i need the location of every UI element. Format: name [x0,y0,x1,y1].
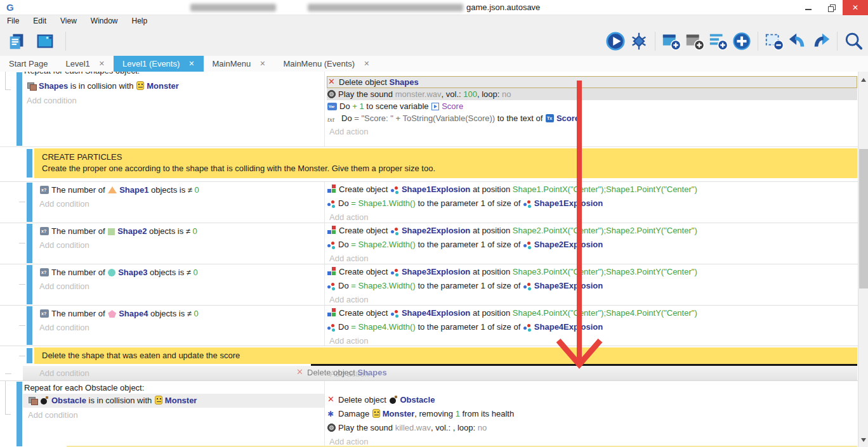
condition-row[interactable]: The number of Shape4 objects is ≠ 0 [39,308,199,320]
comment-create-particles[interactable]: CREATE PARTICLES Create the proper one a… [0,148,868,178]
action-row[interactable]: Create object Shape2Explosion at positio… [327,225,857,236]
fold-tick[interactable] [5,373,11,374]
delete-selection-icon[interactable] [763,30,785,52]
event-color-bar [16,382,22,446]
text-segment: Shape3.PointX("Center");Shape3.PointY("C… [513,267,697,276]
create-object-icon [327,185,336,193]
action-row[interactable]: Do + 1 to scene variable Score [327,100,857,112]
add-action-link[interactable]: Add action [329,335,368,347]
menu-window[interactable]: Window [84,15,125,27]
tab-start-page[interactable]: Start Page [0,56,56,72]
vertical-scrollbar[interactable] [858,72,868,447]
scroll-down-icon[interactable] [861,438,866,442]
minimize-icon [805,9,812,10]
close-tab-icon[interactable] [260,60,265,68]
undo-icon[interactable] [787,30,808,52]
action-row[interactable]: Create object Shape1Explosion at positio… [327,184,857,195]
close-tab-icon[interactable] [188,60,194,68]
add-condition-link[interactable]: Add condition [39,281,89,292]
condition-row[interactable]: Obstacle is in collision with Monster [28,395,197,406]
search-icon[interactable] [843,30,864,52]
text-segment: Create object [339,308,390,318]
event-header[interactable]: Repeat for each Shapes object: [24,72,140,76]
comment-delete-shape[interactable]: Delete the shape that was eaten and upda… [0,347,868,364]
tab-mainmenu[interactable]: MainMenu [204,56,275,72]
tab-mainmenu-events[interactable]: MainMenu (Events) [274,56,378,72]
add-action-link[interactable]: Add action [329,294,368,306]
event-header[interactable]: Repeat for each Obstacle object: [24,383,144,393]
action-row[interactable]: Play the sound killed.wav, vol.: , loop:… [327,422,857,434]
action-row-selected[interactable]: Delete object Shapes [327,76,857,88]
menu-file[interactable]: File [0,15,26,27]
add-condition-link[interactable]: Add condition [27,95,77,107]
txt-icon [327,115,339,122]
add-circle-icon[interactable] [731,30,753,52]
add-subevent-icon[interactable] [684,30,706,52]
text-segment: at position [470,226,513,235]
text-segment: Shape1 [119,185,148,195]
add-comment-icon[interactable] [707,30,729,52]
action-row[interactable]: Do = Shape4.Width() to the parameter 1 o… [327,321,857,333]
tab-label: Start Page [9,59,48,68]
menu-help[interactable]: Help [125,15,155,27]
scene-editor-icon[interactable] [34,30,56,52]
debugger-icon[interactable] [628,30,650,52]
add-condition-link[interactable]: Add condition [39,368,89,379]
action-row-selected[interactable]: Play the sound monster.wav, vol.: 100, l… [327,88,857,100]
add-condition-link[interactable]: Add condition [39,240,89,251]
condition-row[interactable]: The number of Shape2 objects is ≠ 0 [39,226,197,237]
comment-title: CREATE PARTICLES [42,152,122,162]
text-segment: Damage [338,409,372,418]
action-row[interactable]: Delete object Obstacle [327,394,857,406]
minimize-button[interactable] [797,0,820,15]
action-row[interactable]: Do = "Score: " + ToString(Variable(Score… [327,112,857,124]
comment-block[interactable]: CREATE PARTICLES Create the proper one a… [34,148,857,178]
text-segment: at position [470,185,513,194]
conditions-actions-divider [324,306,325,346]
add-event-icon[interactable] [661,30,682,52]
close-tab-icon[interactable] [364,60,369,68]
menu-edit[interactable]: Edit [26,15,53,27]
add-action-link[interactable]: Add action [329,126,368,138]
restore-button[interactable] [820,0,843,15]
tab-level1-events[interactable]: Level1 (Events) [114,56,204,72]
close-button[interactable] [843,0,868,15]
add-action-link[interactable]: Add action [329,253,368,264]
play-icon[interactable] [605,30,626,52]
add-condition-link[interactable]: Add condition [28,410,78,421]
subevent-shape4[interactable]: The number of Shape4 objects is ≠ 0 Add … [0,305,868,346]
action-row[interactable]: Create object Shape3Explosion at positio… [327,266,857,278]
add-condition-link[interactable]: Add condition [39,198,89,210]
add-condition-link[interactable]: Add condition [39,322,89,334]
action-row[interactable]: Do = Shape1.Width() to the parameter 1 o… [327,198,857,209]
condition-row[interactable]: The number of Shape1 objects is ≠ 0 [39,185,199,196]
action-row[interactable]: Create object Shape4Explosion at positio… [327,308,857,319]
close-tab-icon[interactable] [99,60,105,68]
redo-icon[interactable] [810,30,832,52]
condition-row[interactable]: The number of Shape3 objects is ≠ 0 [39,267,198,278]
add-action-link[interactable]: Add action [329,212,368,223]
project-manager-icon[interactable] [6,30,28,52]
subevent-shape1[interactable]: The number of Shape1 objects is ≠ 0 Add … [0,181,868,223]
tab-level1[interactable]: Level1 [56,56,114,72]
particles-icon [523,282,532,290]
text-segment: Shape1Explosion [402,185,470,194]
subevent-shape3[interactable]: The number of Shape3 objects is ≠ 0 Add … [0,264,868,305]
event-repeat-shapes[interactable]: Repeat for each Shapes object: Shapes is… [0,72,868,147]
scroll-up-icon[interactable] [861,78,866,82]
condition-row[interactable]: Shapes is in collision with Monster [27,81,179,92]
scrollbar-thumb[interactable] [859,149,868,288]
comment-block[interactable]: Delete the shape that was eaten and upda… [34,347,857,364]
action-row[interactable]: Damage Monster, removing 1 from its heal… [327,408,857,420]
action-row[interactable]: Do = Shape2.Width() to the parameter 1 o… [327,239,857,250]
comment-body: Create the proper one according to the s… [42,164,435,173]
menu-view[interactable]: View [53,15,84,27]
delete-cross-icon [296,368,305,377]
particles-icon [327,241,336,249]
text-object-icon [546,114,554,122]
damage-icon [327,410,336,418]
action-row[interactable]: Do = Shape3.Width() to the parameter 1 o… [327,280,857,292]
drop-target-row[interactable]: Add condition Add action Delete object S… [23,366,857,380]
event-repeat-obstacle[interactable]: Repeat for each Obstacle object: Obstacl… [0,380,868,447]
subevent-shape2[interactable]: The number of Shape2 objects is ≠ 0 Add … [0,223,868,264]
